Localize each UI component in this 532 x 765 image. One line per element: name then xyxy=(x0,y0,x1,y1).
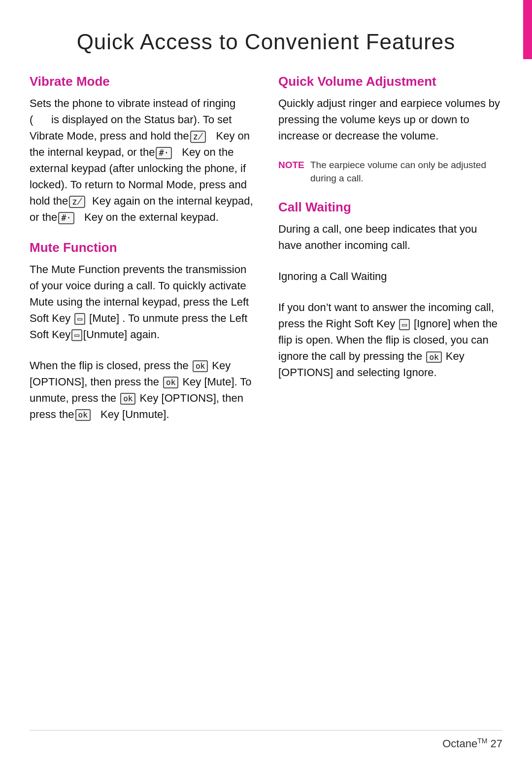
footer-trademark: TM xyxy=(477,737,487,745)
content-columns: Vibrate Mode Sets the phone to vibrate i… xyxy=(30,74,502,437)
ok-key-icon-4: ok xyxy=(75,409,91,421)
quick-volume-body: Quickly adjust ringer and earpiece volum… xyxy=(278,95,502,144)
vibrate-mode-heading: Vibrate Mode xyxy=(30,74,254,89)
note-block: NOTE The earpiece volume can only be adj… xyxy=(278,159,502,185)
page-title: Quick Access to Convenient Features xyxy=(30,30,502,54)
mute-function-heading: Mute Function xyxy=(30,240,254,255)
ok-key-icon-1: ok xyxy=(193,360,208,372)
soft-key-icon-unmute: ▭ xyxy=(71,329,82,341)
right-column: Quick Volume Adjustment Quickly adjust r… xyxy=(278,74,502,395)
call-waiting-body-1: During a call, one beep indicates that y… xyxy=(278,221,502,253)
z-key-icon-2: z̸ xyxy=(69,196,85,208)
note-text: The earpiece volume can only be adjusted… xyxy=(310,159,502,185)
z-key-icon: z̸ xyxy=(190,131,206,143)
hash-key-icon-2: #· xyxy=(58,212,74,224)
call-waiting-body-3: If you don’t want to answer the incoming… xyxy=(278,299,502,381)
left-column: Vibrate Mode Sets the phone to vibrate i… xyxy=(30,74,254,437)
call-waiting-body-2: Ignoring a Call Waiting xyxy=(278,268,502,284)
call-waiting-heading: Call Waiting xyxy=(278,200,502,215)
footer: OctaneTM 27 xyxy=(442,737,502,750)
vibrate-mode-body: Sets the phone to vibrate instead of rin… xyxy=(30,95,254,225)
hash-key-icon-1: #· xyxy=(156,147,171,159)
soft-key-icon-mute: ▭ xyxy=(74,313,85,325)
bottom-rule xyxy=(30,730,502,730)
ok-key-icon-3: ok xyxy=(120,393,135,405)
page-container: Quick Access to Convenient Features Vibr… xyxy=(0,0,532,765)
ok-key-icon-ignore: ok xyxy=(426,351,441,363)
mute-function-body-2: When the flip is closed, press the ok Ke… xyxy=(30,357,254,422)
note-label: NOTE xyxy=(278,159,305,172)
quick-volume-heading: Quick Volume Adjustment xyxy=(278,74,502,89)
accent-bar xyxy=(523,0,532,59)
soft-key-icon-ignore: ▭ xyxy=(399,319,410,331)
ok-key-icon-2: ok xyxy=(163,377,178,388)
footer-brand: Octane xyxy=(442,737,477,750)
footer-page-number: 27 xyxy=(491,737,502,750)
mute-function-body-1: The Mute Function prevents the transmiss… xyxy=(30,261,254,343)
